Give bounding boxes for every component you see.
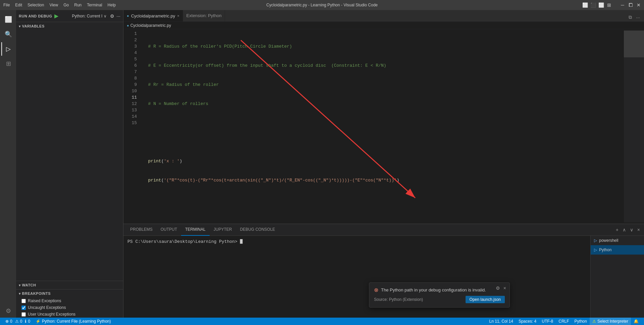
debug-more-button[interactable]: ··· bbox=[116, 13, 120, 19]
menu-terminal[interactable]: Terminal bbox=[87, 3, 102, 7]
code-line-5 bbox=[143, 120, 624, 126]
more-tabs-icon[interactable]: ··· bbox=[635, 13, 641, 21]
line-7: 7 bbox=[123, 69, 137, 75]
uncaught-exceptions-checkbox[interactable] bbox=[21, 306, 26, 310]
status-position[interactable]: Ln 11, Col 14 bbox=[486, 318, 516, 325]
debug-settings-button[interactable]: ⚙ bbox=[110, 13, 114, 19]
tab-extension-label: Extension: Python bbox=[186, 13, 222, 18]
layout-icon-2[interactable]: ⬛ bbox=[591, 3, 595, 7]
position-label: Ln 11, Col 14 bbox=[489, 319, 513, 324]
menu-help[interactable]: Help bbox=[108, 3, 116, 7]
code-editor[interactable]: 1 2 3 4 5 6 7 8 9 10 11 12 13 14 15 bbox=[123, 29, 644, 224]
status-language[interactable]: Python bbox=[572, 318, 590, 325]
title-bar: File Edit Selection View Go Run Terminal… bbox=[0, 0, 644, 10]
terminal-close-button[interactable]: × bbox=[636, 226, 641, 234]
uncaught-exceptions-label[interactable]: Uncaught Exceptions bbox=[28, 305, 66, 310]
notification-close-button[interactable]: × bbox=[503, 285, 506, 291]
menu-view[interactable]: View bbox=[49, 3, 58, 7]
variables-header[interactable]: ▾ VARIABLES bbox=[16, 22, 123, 30]
breakpoints-label: BREAKPOINTS bbox=[22, 291, 51, 295]
line-9: 9 bbox=[123, 82, 137, 88]
layout-icon-4[interactable]: ⊞ bbox=[607, 3, 611, 7]
layout-icon-3[interactable]: ⬜ bbox=[599, 3, 603, 7]
run-play-button[interactable]: ▶ bbox=[54, 13, 58, 19]
code-line-1: # R = Radius of the roller's PCD(Pitch C… bbox=[143, 43, 624, 50]
menu-run[interactable]: Run bbox=[74, 3, 82, 7]
line-12: 12 bbox=[123, 101, 137, 107]
watch-label: WATCH bbox=[22, 283, 36, 287]
tab-extension-python[interactable]: Extension: Python bbox=[183, 10, 225, 21]
status-line-ending[interactable]: CRLF bbox=[556, 318, 572, 325]
activity-search[interactable]: 🔍 bbox=[1, 28, 15, 41]
status-interpreter[interactable]: ⚡ Python: Current File (Learning Python) bbox=[33, 318, 113, 325]
menu-file[interactable]: File bbox=[3, 3, 10, 7]
terminal-tab-problems[interactable]: PROBLEMS bbox=[126, 224, 157, 236]
breakpoints-header[interactable]: ▾ BREAKPOINTS bbox=[16, 289, 123, 297]
run-debug-header: RUN AND DEBUG ▶ Python: Current I ∨ ⚙ ··… bbox=[16, 10, 123, 22]
minimap bbox=[624, 31, 644, 222]
terminal-add-button[interactable]: + bbox=[614, 226, 620, 234]
menu-edit[interactable]: Edit bbox=[15, 3, 22, 7]
code-line-6 bbox=[143, 139, 624, 145]
status-select-interpreter[interactable]: ⚠ Select Interpreter bbox=[590, 318, 631, 325]
terminal-content[interactable]: PS C:\Users\saura\Desktop\Learning Pytho… bbox=[123, 236, 590, 318]
variables-label: VARIABLES bbox=[22, 24, 45, 28]
tab-cycloidalparametric[interactable]: ● Cycloidalparametric.py × bbox=[123, 10, 183, 21]
notification-gear-icon[interactable]: ⚙ bbox=[496, 285, 500, 291]
tab-close-button[interactable]: × bbox=[177, 14, 179, 18]
activity-extensions[interactable]: ⊞ bbox=[1, 57, 15, 70]
status-errors[interactable]: ⊗ 0 ⚠ 0 ℹ 0 bbox=[3, 318, 33, 325]
terminal-sidebar-python[interactable]: ▷ Python bbox=[591, 245, 644, 255]
code-line-3: # Rr = Radius of the roller bbox=[143, 82, 624, 88]
terminal-python-icon: ▷ bbox=[594, 248, 597, 252]
terminal-powershell-icon: ▷ bbox=[594, 238, 597, 243]
activity-bar: ⬜ 🔍 ▷ ⊞ ⚙ bbox=[0, 10, 16, 318]
breakpoints-chevron: ▾ bbox=[19, 292, 21, 295]
restore-button[interactable]: ⧠ bbox=[629, 3, 633, 7]
notification-header: ⊗ The Python path in your debug configur… bbox=[374, 287, 505, 293]
status-encoding[interactable]: UTF-8 bbox=[539, 318, 556, 325]
line-13: 13 bbox=[123, 107, 137, 113]
raised-exceptions-checkbox[interactable] bbox=[21, 299, 26, 303]
notification-controls: ⚙ × bbox=[493, 285, 506, 291]
activity-settings[interactable]: ⚙ bbox=[1, 304, 15, 318]
line-4: 4 bbox=[123, 50, 137, 56]
close-button[interactable]: ✕ bbox=[637, 3, 641, 7]
terminal-tab-output[interactable]: OUTPUT bbox=[157, 224, 181, 236]
minimize-button[interactable]: ─ bbox=[621, 3, 625, 7]
raised-exceptions-item: Raised Exceptions bbox=[16, 297, 123, 304]
minimap-thumb[interactable] bbox=[624, 31, 644, 57]
notification-source: Source: Python (Extension) bbox=[374, 297, 423, 302]
status-bell[interactable]: 🔔 bbox=[631, 318, 641, 325]
terminal-tab-terminal[interactable]: TERMINAL bbox=[181, 224, 210, 236]
activity-explorer[interactable]: ⬜ bbox=[1, 13, 15, 26]
terminal-chevron-down[interactable]: ∨ bbox=[629, 226, 635, 234]
layout-icon-1[interactable]: ⬜ bbox=[583, 3, 587, 7]
open-launch-json-button[interactable]: Open launch.json bbox=[466, 296, 505, 303]
user-uncaught-exceptions-checkbox[interactable] bbox=[21, 312, 26, 317]
debug-config-name: Python: Current I bbox=[72, 14, 103, 18]
breadcrumb-filename[interactable]: Cycloidalparametric.py bbox=[130, 23, 171, 28]
status-spaces[interactable]: Spaces: 4 bbox=[516, 318, 539, 325]
terminal-tab-jupyter[interactable]: JUPYTER bbox=[210, 224, 236, 236]
code-content[interactable]: # R = Radius of the roller's PCD(Pitch C… bbox=[140, 31, 624, 222]
line-8: 8 bbox=[123, 75, 137, 82]
config-dropdown-icon[interactable]: ∨ bbox=[104, 14, 107, 18]
terminal-sidebar-powershell[interactable]: ▷ powershell bbox=[591, 236, 644, 245]
user-uncaught-exceptions-label[interactable]: User Uncaught Exceptions bbox=[28, 312, 75, 317]
main-area: ⬜ 🔍 ▷ ⊞ ⚙ RUN AND DEBUG ▶ Python: Curren… bbox=[0, 10, 644, 318]
tab-cycloidalparametric-label: Cycloidalparametric.py bbox=[131, 13, 175, 18]
split-editor-icon[interactable]: ⧉ bbox=[627, 13, 633, 21]
terminal-tab-debug[interactable]: DEBUG CONSOLE bbox=[236, 224, 279, 236]
raised-exceptions-label[interactable]: Raised Exceptions bbox=[28, 299, 61, 303]
watch-header[interactable]: ▾ WATCH bbox=[16, 281, 123, 289]
menu-selection[interactable]: Selection bbox=[28, 3, 44, 7]
activity-debug[interactable]: ▷ bbox=[1, 42, 15, 56]
code-line-9 bbox=[143, 196, 624, 203]
line-14: 14 bbox=[123, 113, 137, 120]
line-11: 11 bbox=[123, 94, 137, 101]
code-line-7: print('x : ') bbox=[143, 158, 624, 164]
line-numbers: 1 2 3 4 5 6 7 8 9 10 11 12 13 14 15 bbox=[123, 31, 140, 222]
terminal-chevron-up[interactable]: ∧ bbox=[621, 226, 627, 234]
menu-go[interactable]: Go bbox=[63, 3, 69, 7]
